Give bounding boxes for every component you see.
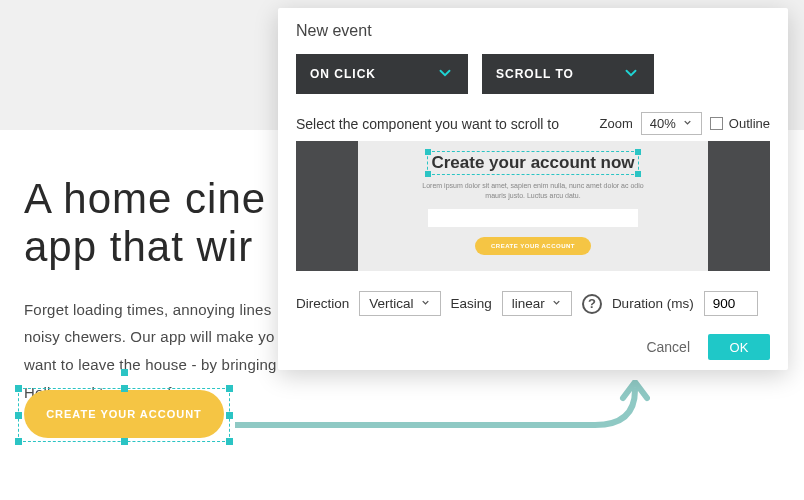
easing-select[interactable]: linear (502, 291, 572, 316)
chevron-down-icon (682, 116, 693, 131)
direction-select[interactable]: Vertical (359, 291, 440, 316)
action-select[interactable]: SCROLL TO (482, 54, 654, 94)
preview-cta-button: CREATE YOUR ACCOUNT (475, 237, 591, 255)
trigger-select[interactable]: ON CLICK (296, 54, 468, 94)
preview-canvas[interactable]: Create your account now Lorem ipsum dolo… (296, 141, 770, 271)
hero-title-line2: app that wir (24, 223, 253, 270)
chevron-down-icon (622, 64, 640, 85)
chevron-down-icon (420, 296, 431, 311)
cta-button-selected[interactable]: CREATE YOUR ACCOUNT (24, 390, 224, 440)
duration-input[interactable] (704, 291, 758, 316)
instruction-text: Select the component you want to scroll … (296, 116, 559, 132)
action-select-label: SCROLL TO (496, 67, 574, 81)
selection-outline (427, 151, 638, 175)
ok-button[interactable]: OK (708, 334, 770, 360)
event-modal: New event ON CLICK SCROLL TO Select the … (278, 8, 788, 370)
duration-label: Duration (ms) (612, 296, 694, 311)
chevron-down-icon (436, 64, 454, 85)
easing-label: Easing (451, 296, 492, 311)
preview-lorem: Lorem ipsum dolor sit amet, sapien enim … (418, 181, 648, 201)
create-account-button[interactable]: CREATE YOUR ACCOUNT (24, 390, 224, 438)
chevron-down-icon (551, 296, 562, 311)
resize-handle-icon (635, 149, 641, 155)
preview-input (428, 209, 638, 227)
zoom-label: Zoom (600, 116, 633, 131)
trigger-select-label: ON CLICK (310, 67, 376, 81)
direction-value: Vertical (369, 296, 413, 311)
hero-title-line1: A home cine (24, 175, 266, 222)
resize-handle-icon (635, 171, 641, 177)
preview-side-right (708, 141, 770, 271)
checkbox-icon[interactable] (710, 117, 723, 130)
zoom-select[interactable]: 40% (641, 112, 702, 135)
preview-side-left (296, 141, 358, 271)
modal-title: New event (296, 22, 770, 40)
zoom-value: 40% (650, 116, 676, 131)
cancel-button[interactable]: Cancel (646, 339, 690, 355)
resize-handle-icon (425, 149, 431, 155)
direction-label: Direction (296, 296, 349, 311)
easing-value: linear (512, 296, 545, 311)
preview-target-selected[interactable]: Create your account now (427, 151, 638, 175)
outline-label: Outline (729, 116, 770, 131)
outline-checkbox[interactable]: Outline (710, 116, 770, 131)
help-icon[interactable]: ? (582, 294, 602, 314)
resize-handle-icon (425, 171, 431, 177)
